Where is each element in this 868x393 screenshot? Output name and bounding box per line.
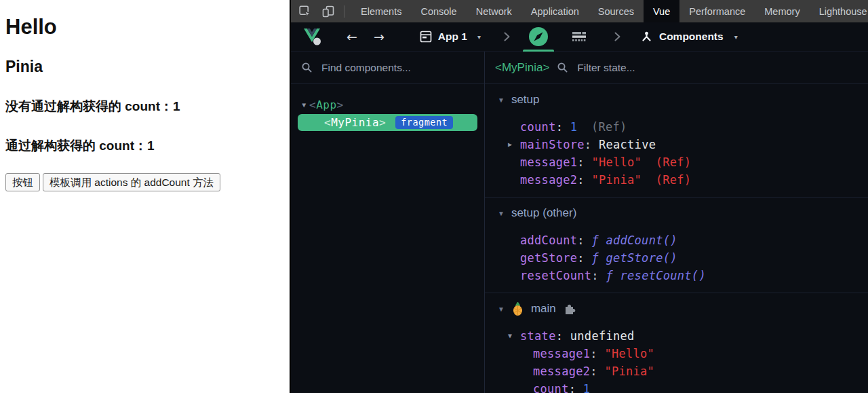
page-title: Hello — [5, 15, 284, 39]
state-value: 1 — [570, 120, 578, 134]
colon: : — [556, 120, 564, 134]
bracket: > — [337, 98, 344, 111]
count-line-direct: 没有通过解构获得的 count：1 — [5, 98, 284, 115]
back-button[interactable]: ← — [347, 29, 357, 44]
tab-sources[interactable]: Sources — [589, 0, 644, 22]
state-row-message1: message1: "Hello" — [485, 345, 868, 362]
collapse-arrow-icon[interactable]: ▼ — [498, 96, 505, 104]
section-setup: ▼ setup count: 1 (Ref) ▶ mainStore: Reac… — [485, 84, 868, 198]
tab-application[interactable]: Application — [521, 0, 589, 22]
section-main-items: ▼ state: undefined message1: "Hello" mes… — [485, 327, 868, 393]
inspector-selector[interactable]: Components ▾ — [641, 31, 738, 43]
component-tag-mypinia: MyPinia — [331, 116, 379, 129]
component-tree-panel: ▼ <App> <MyPinia> fragment — [291, 52, 485, 393]
collapse-arrow-icon[interactable]: ▼ — [498, 210, 505, 217]
state-sections: ▼ setup count: 1 (Ref) ▶ mainStore: Reac… — [485, 84, 868, 393]
section-setup-other: ▼ setup (other) addCount: ƒ addCount() g… — [485, 198, 868, 293]
state-key: message1 — [533, 347, 590, 360]
section-title: setup — [511, 93, 540, 107]
state-key: count — [533, 382, 569, 393]
components-hierarchy-icon — [641, 31, 652, 43]
tab-network[interactable]: Network — [467, 0, 521, 22]
tab-memory[interactable]: Memory — [755, 0, 809, 22]
devtools-toolbar-icons — [291, 0, 351, 22]
state-value: "Pinia" — [591, 173, 642, 187]
state-key: message2 — [520, 173, 577, 187]
tree-row-mypinia[interactable]: <MyPinia> fragment — [298, 114, 477, 131]
state-key: resetCount — [520, 269, 591, 282]
tab-console[interactable]: Console — [411, 0, 466, 22]
device-toolbar-icon[interactable] — [318, 3, 338, 20]
puzzle-icon — [563, 302, 576, 316]
chevron-down-icon: ▾ — [734, 33, 738, 41]
colon: : — [590, 347, 597, 360]
collapse-arrow-icon[interactable]: ▼ — [508, 327, 512, 345]
state-value: "Pinia" — [604, 364, 654, 378]
search-icon — [557, 62, 568, 73]
app-selector[interactable]: App 1 ▾ — [420, 31, 481, 43]
expand-arrow-icon[interactable]: ▶ — [508, 136, 512, 153]
state-row-count: count: 1 — [485, 380, 868, 393]
state-row-message2: message2: "Pinia" (Ref) — [485, 171, 868, 189]
filter-state-input[interactable] — [576, 61, 858, 75]
state-key: message2 — [533, 364, 590, 378]
component-tag-app: App — [316, 98, 336, 111]
state-key: mainStore — [520, 138, 585, 151]
section-main-store: ▼ main — [485, 293, 868, 393]
vue-logo-icon — [303, 28, 322, 45]
colon: : — [556, 329, 564, 343]
bracket: < — [324, 116, 331, 129]
bracket: < — [309, 98, 316, 111]
colon: : — [569, 382, 576, 393]
section-setup-items: count: 1 (Ref) ▶ mainStore: Reactive mes… — [485, 118, 868, 189]
state-value: "Hello" — [591, 155, 642, 169]
colon: : — [577, 233, 585, 247]
inspector-tab[interactable] — [524, 22, 553, 52]
selected-component-name: <MyPinia> — [495, 61, 549, 75]
colon: : — [591, 269, 599, 282]
section-title: setup (other) — [511, 206, 576, 220]
state-row-message2: message2: "Pinia" — [485, 362, 868, 380]
colon: : — [590, 364, 597, 378]
state-value: "Hello" — [604, 347, 654, 360]
component-search-row — [291, 52, 484, 84]
colon: : — [577, 155, 585, 169]
forward-button[interactable]: → — [374, 29, 384, 44]
bracket: > — [379, 116, 386, 129]
state-row-getstore: getStore: ƒ getStore() — [485, 249, 868, 267]
inspect-element-icon[interactable] — [295, 3, 315, 20]
section-setup-header[interactable]: ▼ setup — [485, 91, 868, 109]
colon: : — [585, 138, 592, 151]
toolbar-separator — [344, 5, 344, 18]
colon: : — [577, 173, 585, 187]
state-key: message1 — [520, 155, 577, 169]
tab-elements[interactable]: Elements — [351, 0, 411, 22]
state-row-resetcount: resetCount: ƒ resetCount() — [485, 267, 868, 284]
state-key: addCount — [520, 233, 577, 247]
timeline-icon — [572, 30, 587, 43]
colon: : — [577, 251, 585, 265]
devtools-tabbar: Elements Console Network Application Sou… — [291, 0, 868, 22]
state-row-state: ▼ state: undefined — [485, 327, 868, 345]
template-action-button[interactable]: 模板调用 actions 的 addCount 方法 — [43, 173, 220, 191]
tab-vue[interactable]: Vue — [644, 0, 679, 22]
state-header-row: <MyPinia> — [485, 52, 868, 84]
section-main-header[interactable]: ▼ main — [485, 300, 868, 318]
component-tree: ▼ <App> <MyPinia> fragment — [291, 84, 484, 131]
section-setup-other-header[interactable]: ▼ setup (other) — [485, 204, 868, 222]
section-setup-other-items: addCount: ƒ addCount() getStore: ƒ getSt… — [485, 231, 868, 284]
page-subtitle: Pinia — [5, 58, 284, 76]
state-key: state — [520, 329, 556, 343]
tab-lighthouse[interactable]: Lighthouse — [810, 0, 868, 22]
add-count-button[interactable]: 按钮 — [5, 173, 40, 191]
tab-performance[interactable]: Performance — [679, 0, 755, 22]
state-key: getStore — [520, 251, 577, 265]
collapse-arrow-icon[interactable]: ▼ — [498, 305, 505, 313]
inspector-selector-label: Components — [659, 31, 724, 43]
chevron-down-icon: ▾ — [477, 33, 481, 41]
find-components-input[interactable] — [320, 61, 474, 75]
timeline-tab[interactable] — [567, 22, 591, 52]
state-row-addcount: addCount: ƒ addCount() — [485, 231, 868, 249]
tree-row-app[interactable]: ▼ <App> — [291, 96, 484, 113]
expand-arrow-icon[interactable]: ▼ — [299, 101, 309, 109]
